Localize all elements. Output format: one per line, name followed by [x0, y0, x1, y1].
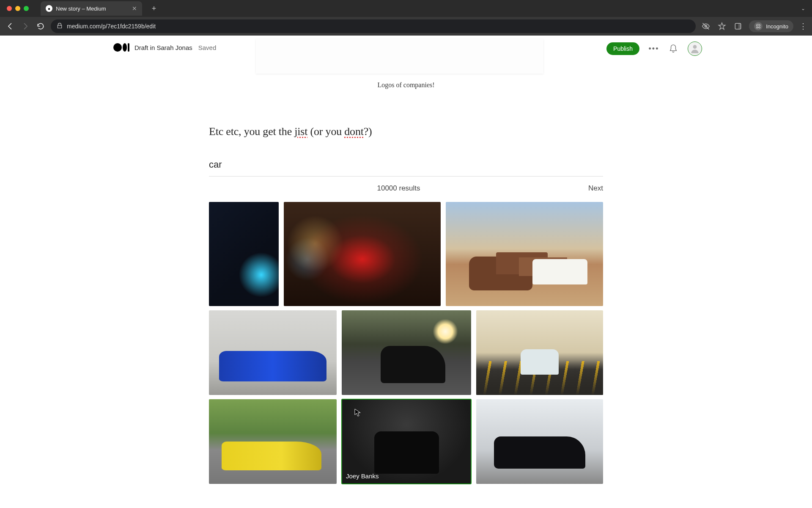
toolbar-right: Incognito ⋮ — [701, 20, 807, 32]
editor: Logos of companies! Etc etc, you get the… — [0, 36, 812, 484]
forward-button[interactable] — [20, 21, 30, 31]
maximize-window-button[interactable] — [24, 6, 29, 11]
tabs-overflow-button[interactable]: ⌄ — [801, 6, 805, 11]
gallery-image[interactable] — [284, 202, 441, 306]
next-button[interactable]: Next — [588, 184, 603, 193]
gallery-image[interactable] — [209, 202, 279, 306]
gallery-image[interactable] — [342, 310, 471, 395]
image-caption[interactable]: Logos of companies! — [377, 81, 434, 89]
title-bar: New story – Medium ✕ + ⌄ — [0, 0, 812, 17]
incognito-label: Incognito — [766, 23, 788, 30]
search-divider — [209, 176, 603, 177]
gallery-image-hovered[interactable]: Joey Banks — [342, 399, 471, 484]
minimize-window-button[interactable] — [15, 6, 20, 11]
spell-error: dont — [344, 125, 363, 138]
image-search-input[interactable]: car — [209, 159, 603, 176]
body-text[interactable]: Etc etc, you get the jist (or you dont?) — [209, 125, 603, 138]
spell-error: jist — [294, 125, 307, 138]
browser-chrome: New story – Medium ✕ + ⌄ medium.com/p/7e… — [0, 0, 812, 36]
reload-button[interactable] — [36, 21, 46, 31]
tab-favicon — [46, 5, 52, 12]
image-search-row: car — [209, 159, 603, 176]
address-bar[interactable]: medium.com/p/7ec1fdc2159b/edit — [51, 19, 696, 33]
gallery-image[interactable] — [446, 202, 603, 306]
gallery-image[interactable] — [209, 399, 337, 484]
cursor-icon — [354, 409, 361, 417]
incognito-icon — [754, 22, 763, 30]
svg-rect-1 — [738, 23, 741, 29]
bookmark-star-icon[interactable] — [717, 21, 727, 31]
incognito-badge[interactable]: Incognito — [749, 20, 793, 32]
new-tab-button[interactable]: + — [148, 3, 160, 14]
image-credit: Joey Banks — [346, 472, 379, 480]
back-button[interactable] — [5, 21, 15, 31]
results-count: 10000 results — [209, 184, 588, 193]
gallery-image[interactable] — [476, 310, 603, 395]
tab-title: New story – Medium — [56, 6, 106, 12]
url-text: medium.com/p/7ec1fdc2159b/edit — [67, 23, 156, 30]
eye-off-icon[interactable] — [701, 21, 711, 31]
results-bar: 10000 results Next — [209, 184, 603, 193]
browser-tab[interactable]: New story – Medium ✕ — [41, 1, 142, 16]
close-window-button[interactable] — [7, 6, 12, 11]
browser-menu-button[interactable]: ⋮ — [799, 22, 807, 31]
gallery-image[interactable] — [476, 399, 603, 484]
image-placeholder[interactable] — [256, 39, 543, 74]
lock-icon — [57, 23, 63, 30]
image-gallery: Joey Banks — [209, 202, 603, 484]
extensions-icon[interactable] — [733, 21, 743, 31]
browser-toolbar: medium.com/p/7ec1fdc2159b/edit Incognito… — [0, 17, 812, 36]
tab-close-button[interactable]: ✕ — [132, 5, 137, 12]
gallery-image[interactable] — [209, 310, 337, 395]
window-controls — [7, 6, 29, 11]
page-viewport: Draft in Sarah Jonas Saved Publish ••• L… — [0, 36, 812, 508]
